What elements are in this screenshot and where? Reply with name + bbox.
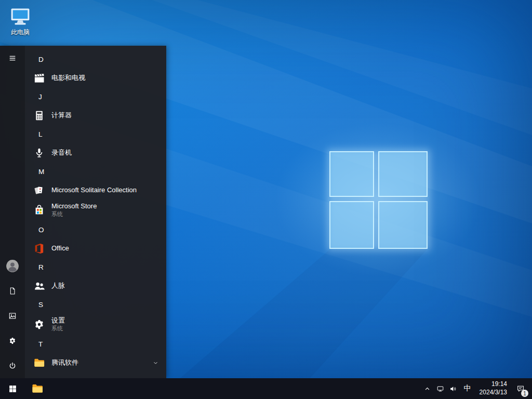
app-item[interactable]: 设置系统 — [25, 314, 166, 335]
notification-badge: 1 — [521, 390, 528, 397]
app-item[interactable]: 录音机 — [25, 143, 166, 162]
folder-icon — [31, 382, 44, 395]
rail-documents-button[interactable] — [0, 278, 25, 303]
user-avatar-icon — [6, 259, 19, 273]
rail-menu-button[interactable] — [0, 46, 25, 71]
section-letter[interactable]: J — [25, 87, 166, 106]
pictures-icon — [8, 312, 17, 320]
desktop-icon-label: 此电脑 — [11, 29, 30, 36]
app-label: Microsoft Solitaire Collection — [51, 186, 137, 194]
app-item[interactable]: Office — [25, 239, 166, 258]
app-label: 计算器 — [51, 111, 72, 119]
solitaire-icon — [33, 184, 45, 196]
system-tray: 中 19:14 2024/3/13 1 — [421, 378, 532, 399]
app-sublabel: 系统 — [51, 211, 97, 218]
tray-show-hidden-icons-button[interactable] — [421, 378, 434, 399]
rail-account-button[interactable] — [0, 254, 25, 278]
office-icon — [33, 243, 45, 255]
app-item[interactable]: 计算器 — [25, 106, 166, 125]
app-label: 腾讯软件 — [51, 358, 78, 367]
section-letter[interactable]: L — [25, 125, 166, 143]
section-letter[interactable]: W — [25, 372, 166, 378]
app-item[interactable]: 腾讯软件 — [25, 353, 166, 372]
hamburger-icon — [8, 54, 17, 62]
power-icon — [8, 362, 17, 370]
voice-recorder-icon — [33, 147, 45, 159]
section-letter[interactable]: O — [25, 220, 166, 239]
volume-button[interactable] — [447, 378, 460, 399]
windows-icon — [8, 384, 17, 393]
file-explorer-button[interactable] — [25, 378, 50, 399]
app-label: 录音机 — [51, 149, 72, 157]
section-letter[interactable]: T — [25, 335, 166, 353]
section-letter[interactable]: R — [25, 258, 166, 276]
windows-logo — [327, 149, 430, 251]
speaker-icon — [449, 385, 457, 393]
section-letter[interactable]: S — [25, 295, 166, 314]
app-label: 人脉 — [51, 282, 65, 290]
chevron-up-icon — [423, 385, 431, 393]
calculator-icon — [33, 110, 45, 122]
document-icon — [8, 287, 17, 295]
app-label: Office — [51, 244, 69, 252]
gear-icon — [8, 337, 17, 345]
desktop: 此电脑 D电影和电视J计算器L录音机MMicrosoft Solitaire C… — [0, 0, 532, 399]
section-letter[interactable]: D — [25, 50, 166, 69]
app-sublabel: 系统 — [51, 325, 65, 332]
ime-indicator[interactable]: 中 — [460, 378, 475, 399]
app-item[interactable]: Microsoft Solitaire Collection — [25, 181, 166, 200]
gear-icon — [33, 318, 45, 330]
folder-icon — [33, 357, 45, 369]
rail-pictures-button[interactable] — [0, 303, 25, 328]
start-button[interactable] — [0, 378, 25, 399]
start-menu: D电影和电视J计算器L录音机MMicrosoft Solitaire Colle… — [0, 46, 166, 378]
app-item[interactable]: Microsoft Store系统 — [25, 200, 166, 220]
action-center-button[interactable]: 1 — [511, 378, 530, 399]
app-label: 电影和电视 — [51, 74, 85, 82]
app-label: Microsoft Store — [51, 202, 97, 210]
start-menu-rail — [0, 46, 25, 378]
app-item[interactable]: 电影和电视 — [25, 69, 166, 87]
start-app-list: D电影和电视J计算器L录音机MMicrosoft Solitaire Colle… — [25, 46, 166, 378]
clock-time: 19:14 — [491, 380, 507, 389]
taskbar: 中 19:14 2024/3/13 1 — [0, 378, 532, 399]
network-button[interactable] — [434, 378, 447, 399]
rail-settings-button[interactable] — [0, 328, 25, 353]
network-icon — [436, 385, 444, 393]
chevron-down-icon — [152, 360, 159, 366]
rail-power-button[interactable] — [0, 353, 25, 378]
clock-date: 2024/3/13 — [480, 389, 507, 397]
people-icon — [33, 280, 45, 292]
app-item[interactable]: 人脉 — [25, 276, 166, 295]
section-letter[interactable]: M — [25, 162, 166, 181]
app-label: 设置 — [51, 316, 65, 325]
movies-tv-icon — [33, 72, 45, 84]
clock[interactable]: 19:14 2024/3/13 — [475, 378, 511, 399]
store-icon — [33, 204, 45, 216]
desktop-icon-this-pc[interactable]: 此电脑 — [3, 4, 37, 37]
this-pc-monitor-icon — [9, 5, 32, 28]
